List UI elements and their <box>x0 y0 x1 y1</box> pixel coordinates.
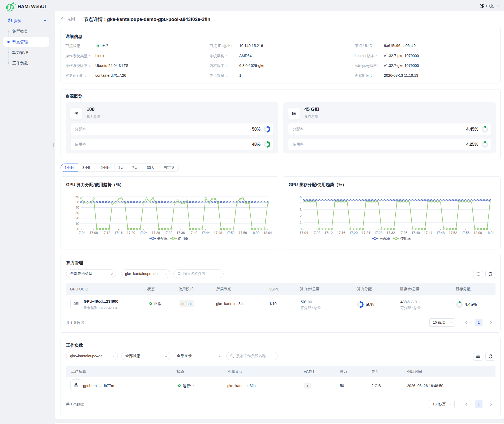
svg-text:60: 60 <box>75 195 79 199</box>
svg-text:4: 4 <box>300 202 302 205</box>
svg-text:17:44: 17:44 <box>424 231 432 235</box>
svg-text:17:12: 17:12 <box>324 231 333 235</box>
svg-text:17:48: 17:48 <box>436 231 445 235</box>
svg-text:17:24: 17:24 <box>139 231 147 235</box>
svg-text:5: 5 <box>300 195 302 199</box>
svg-text:17:20: 17:20 <box>349 231 358 235</box>
svg-text:17:56: 17:56 <box>239 231 247 235</box>
svg-text:17:52: 17:52 <box>449 231 457 235</box>
svg-text:17:52: 17:52 <box>226 231 234 235</box>
svg-text:1: 1 <box>300 221 302 225</box>
svg-text:17:04: 17:04 <box>77 231 85 235</box>
svg-text:3: 3 <box>300 208 302 212</box>
svg-text:分配率: 分配率 <box>380 237 390 241</box>
svg-text:17:24: 17:24 <box>362 231 370 235</box>
svg-text:17:28: 17:28 <box>374 231 382 235</box>
svg-text:40: 40 <box>75 206 79 209</box>
svg-text:17:16: 17:16 <box>337 231 345 235</box>
svg-text:0: 0 <box>300 227 302 231</box>
svg-text:17:16: 17:16 <box>114 231 123 235</box>
svg-text:17:48: 17:48 <box>214 231 222 235</box>
svg-text:20: 20 <box>75 216 79 220</box>
svg-text:使用率: 使用率 <box>400 237 411 241</box>
svg-text:17:36: 17:36 <box>399 231 407 235</box>
svg-text:18:04: 18:04 <box>263 231 272 235</box>
svg-text:2: 2 <box>300 214 302 218</box>
svg-text:17:56: 17:56 <box>461 231 469 235</box>
svg-text:17:12: 17:12 <box>102 231 110 235</box>
svg-text:使用率: 使用率 <box>178 237 188 241</box>
svg-text:17:32: 17:32 <box>387 231 395 235</box>
svg-text:17:40: 17:40 <box>412 231 420 235</box>
svg-text:17:32: 17:32 <box>164 231 172 235</box>
svg-text:10: 10 <box>75 222 79 226</box>
svg-text:17:36: 17:36 <box>177 231 185 235</box>
svg-text:17:28: 17:28 <box>152 231 160 235</box>
svg-text:17:08: 17:08 <box>312 231 320 235</box>
svg-text:18:00: 18:00 <box>251 231 259 235</box>
svg-text:17:04: 17:04 <box>300 231 308 235</box>
svg-text:18:04: 18:04 <box>486 231 494 235</box>
svg-text:50: 50 <box>75 200 79 204</box>
svg-text:18:00: 18:00 <box>474 231 482 235</box>
svg-text:17:40: 17:40 <box>189 231 197 235</box>
svg-text:17:08: 17:08 <box>89 231 98 235</box>
svg-text:17:20: 17:20 <box>127 231 135 235</box>
svg-text:30: 30 <box>75 211 79 215</box>
svg-text:17:44: 17:44 <box>201 231 210 235</box>
svg-text:0: 0 <box>77 227 79 231</box>
svg-text:分配率: 分配率 <box>157 237 168 241</box>
